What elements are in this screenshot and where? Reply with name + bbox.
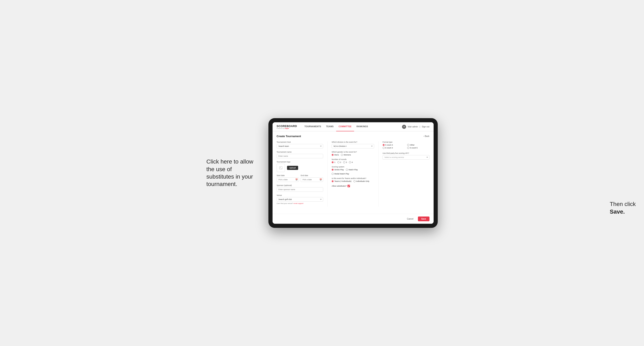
scoring-system-field: Scoring system Stroke Play Match Play Me… xyxy=(332,166,374,175)
save-button[interactable]: Save xyxy=(418,216,429,221)
tablet-frame: SCOREBOARD Powered by clippd TOURNAMENTS… xyxy=(268,118,438,228)
division-select[interactable]: NCAA Division I NCAA Division II NCAA Di… xyxy=(332,144,374,149)
format-6c4-radio[interactable] xyxy=(382,147,385,149)
nav-link-teams[interactable]: TEAMS xyxy=(324,122,336,131)
gender-womens-radio[interactable] xyxy=(341,154,343,156)
rounds-3-option[interactable]: 3 xyxy=(343,161,347,163)
end-date-label: End date xyxy=(301,174,323,176)
svg-rect-0 xyxy=(279,167,282,169)
cancel-button[interactable]: Cancel xyxy=(404,216,416,221)
scoring-stroke-radio[interactable] xyxy=(332,169,334,171)
nav-link-tournaments[interactable]: TOURNAMENTS xyxy=(302,122,324,131)
scoring-service-select[interactable]: Select a scoring service Golfgenius Othe… xyxy=(382,155,430,160)
scoring-medal-option[interactable]: Medal Match Play xyxy=(332,173,349,175)
event-individuals-option[interactable]: Individuals Only xyxy=(354,180,370,182)
form-col-middle: Which division is the event for? NCAA Di… xyxy=(328,141,378,207)
page-header: Create Tournament ‹ Back xyxy=(277,135,430,138)
scoring-api-field: Use third-party live scoring API? Select… xyxy=(382,152,430,160)
logo-powered: Powered by clippd xyxy=(277,128,297,129)
gender-mens-radio[interactable] xyxy=(332,154,334,156)
rounds-1-radio[interactable] xyxy=(332,161,334,163)
sign-out-link[interactable]: Sign out xyxy=(422,126,430,128)
logo-area: SCOREBOARD Powered by clippd xyxy=(277,125,297,129)
rounds-2-radio[interactable] xyxy=(338,161,340,163)
start-date-label: Start date xyxy=(277,174,299,176)
avatar: B xyxy=(402,125,406,129)
nav-bar: SCOREBOARD Powered by clippd TOURNAMENTS… xyxy=(272,122,434,131)
tablet-screen: SCOREBOARD Powered by clippd TOURNAMENTS… xyxy=(272,122,434,224)
back-button[interactable]: ‹ Back xyxy=(424,135,430,137)
logo-placeholder xyxy=(277,164,285,172)
start-date-field: Start date 📅 xyxy=(277,174,299,182)
gender-mens-option[interactable]: Mens xyxy=(332,154,339,156)
scoring-match-radio[interactable] xyxy=(346,169,348,171)
nav-link-rankings[interactable]: RANKINGS xyxy=(354,122,371,131)
gender-field: Which gender is the event for? Mens Wome… xyxy=(332,151,374,156)
scoring-api-label: Use third-party live scoring API? xyxy=(382,152,430,154)
format-5c4-radio[interactable] xyxy=(382,144,385,146)
email-support-link[interactable]: email support xyxy=(294,202,304,204)
venue-label: Venue xyxy=(277,194,323,196)
tournament-host-label: Tournament Host xyxy=(277,141,323,143)
format-6c5-radio[interactable] xyxy=(407,147,409,149)
form-footer: Cancel Save xyxy=(272,214,434,224)
division-label: Which division is the event for? xyxy=(332,141,374,143)
gender-womens-option[interactable]: Womens xyxy=(341,154,351,156)
tournament-name-input[interactable] xyxy=(277,154,323,158)
svg-point-1 xyxy=(280,167,280,168)
event-individuals-radio[interactable] xyxy=(354,180,356,182)
right-annotation: Then click Save. xyxy=(610,200,636,215)
sponsor-field: Sponsor (optional) xyxy=(277,184,323,192)
format-options-grid: 5 count 4 Other 6 count 4 6 count 5 xyxy=(382,144,430,149)
sponsor-input[interactable] xyxy=(277,187,323,192)
format-other-radio[interactable] xyxy=(407,144,409,146)
nav-separator: | xyxy=(420,126,420,128)
allow-substitutes-checkbox[interactable] xyxy=(348,185,350,187)
rounds-4-radio[interactable] xyxy=(349,161,351,163)
form-col-left: Tournament Host Search team Tournament n… xyxy=(277,141,328,207)
event-teams-option[interactable]: Teams (+Individuals) xyxy=(332,180,352,182)
scoring-medal-radio[interactable] xyxy=(332,173,334,175)
format-other-option[interactable]: Other xyxy=(407,144,429,146)
tournament-host-select[interactable]: Search team xyxy=(277,144,323,149)
calendar-icon-end: 📅 xyxy=(320,178,322,181)
event-for-label: Is this event for Teams and/or Individua… xyxy=(332,177,374,179)
tournament-name-field: Tournament name xyxy=(277,151,323,158)
venue-field: Venue Search golf club Can't find your v… xyxy=(277,194,323,204)
rounds-field: Number of rounds 1 2 3 xyxy=(332,158,374,163)
event-for-field: Is this event for Teams and/or Individua… xyxy=(332,177,374,182)
tournament-logo-field: Tournament logo Upload xyxy=(277,161,323,172)
format-5c4-option[interactable]: 5 count 4 xyxy=(382,144,405,146)
nav-links: TOURNAMENTS TEAMS COMMITTEE RANKINGS xyxy=(302,122,402,131)
nav-link-committee[interactable]: COMMITTEE xyxy=(336,122,354,131)
scoring-system-label: Scoring system xyxy=(332,166,374,168)
rounds-4-option[interactable]: 4 xyxy=(349,161,353,163)
calendar-icon-start: 📅 xyxy=(295,178,298,181)
event-teams-radio[interactable] xyxy=(332,180,334,182)
format-type-label: Format type xyxy=(382,141,430,143)
date-row: Start date 📅 End date 📅 xyxy=(277,174,323,182)
format-6c5-option[interactable]: 6 count 5 xyxy=(407,147,429,149)
user-name: blair admin xyxy=(408,126,418,128)
allow-substitutes-field: Allow substitutes? xyxy=(332,185,374,187)
venue-select[interactable]: Search golf club xyxy=(277,197,323,202)
rounds-label: Number of rounds xyxy=(332,158,374,161)
scoring-radio-group: Stroke Play Match Play Medal Match Play xyxy=(332,169,374,175)
rounds-3-radio[interactable] xyxy=(343,161,345,163)
rounds-radio-group: 1 2 3 4 xyxy=(332,161,374,163)
rounds-2-option[interactable]: 2 xyxy=(338,161,341,163)
format-6c4-option[interactable]: 6 count 4 xyxy=(382,147,405,149)
start-date-input-wrapper: 📅 xyxy=(277,177,299,182)
scoring-stroke-option[interactable]: Stroke Play xyxy=(332,169,344,171)
allow-substitutes-label: Allow substitutes? xyxy=(332,185,346,187)
content-area: Create Tournament ‹ Back Tournament Host… xyxy=(272,131,434,214)
event-for-radio-group: Teams (+Individuals) Individuals Only xyxy=(332,180,374,182)
rounds-1-option[interactable]: 1 xyxy=(332,161,335,163)
end-date-field: End date 📅 xyxy=(301,174,323,182)
tournament-host-field: Tournament Host Search team xyxy=(277,141,323,149)
logo-scoreboard: SCOREBOARD xyxy=(277,125,297,128)
nav-right: B blair admin | Sign out xyxy=(402,125,429,129)
scoring-match-option[interactable]: Match Play xyxy=(346,169,358,171)
sponsor-label: Sponsor (optional) xyxy=(277,184,323,186)
upload-button[interactable]: Upload xyxy=(287,166,298,170)
